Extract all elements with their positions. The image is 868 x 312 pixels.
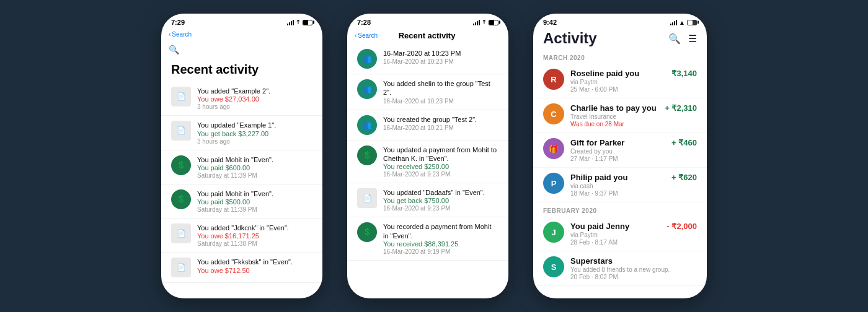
activity-amount: You received $88,391.25 — [383, 240, 498, 248]
activity-time: Saturday at 11:39 PM — [197, 172, 312, 179]
item-name: You paid Jenny — [570, 222, 661, 231]
time-mid: 7:28 — [357, 19, 371, 26]
activity-time: 3 hours ago — [197, 103, 312, 110]
list-item[interactable]: R Roseline paid you via Paytm 25 Mar · 6… — [533, 64, 707, 98]
list-item[interactable]: P Philip paid you via cash 18 Mar · 9:37… — [533, 168, 707, 202]
list-item[interactable]: 📄 You added "Jdkcnk" in "Even". You owe … — [161, 219, 322, 253]
battery-icon-mid — [489, 20, 498, 25]
activity-title: You paid Mohit in "Even". — [197, 155, 312, 164]
activity-time: 16-Mar-2020 at 10:23 PM — [383, 98, 498, 105]
list-item[interactable]: 🎁 Gift for Parker Created by you 27 Mar … — [533, 133, 707, 168]
activity-amount: You paid $600.00 — [197, 164, 312, 171]
item-name: Charlie has to pay you — [570, 103, 658, 113]
panel-header: 9:42 ▲ Activity 🔍 ☰ — [533, 14, 707, 50]
list-item[interactable]: 👥 You created the group "Test 2". 16-Mar… — [347, 110, 508, 141]
list-item[interactable]: 💲 You paid Mohit in "Even". You paid $50… — [161, 184, 322, 219]
back-button-left[interactable]: ‹ Search — [169, 31, 192, 38]
avatar: J — [543, 222, 564, 243]
avatar: R — [543, 69, 564, 90]
activity-title: You added "Fkksbsk" in "Even". — [197, 258, 312, 266]
list-item[interactable]: 📄 You added "Fkksbsk" in "Even". You owe… — [161, 253, 322, 283]
phone-left: 7:29 ⇡ ‹ Search 🔍 Recent activity — [161, 14, 322, 298]
avatar: 💲 — [171, 155, 191, 175]
activity-time: Saturday at 11:38 PM — [197, 240, 312, 247]
avatar: 📄 — [171, 258, 191, 277]
sub2-text: 20 Feb · 8:02 PM — [570, 274, 697, 280]
sub2-text: 28 Feb · 8:17 AM — [570, 239, 661, 246]
item-sub: You added 8 friends to a new group. — [570, 266, 697, 273]
list-item[interactable]: 💲 You updated a payment from Mohit to Ch… — [347, 141, 508, 184]
search-icon-panel[interactable]: 🔍 — [668, 33, 681, 45]
wifi-icon-mid: ⇡ — [482, 19, 487, 25]
list-item[interactable]: J You paid Jenny via Paytm 28 Feb · 8:17… — [533, 217, 707, 251]
activity-amount: You get back $750.00 — [383, 197, 498, 204]
nav-bar-left: ‹ Search — [161, 28, 322, 41]
wifi-icon: ⇡ — [296, 19, 301, 25]
activity-title: You paid Mohit in "Even". — [197, 189, 312, 198]
activity-title: You updated a payment from Mohit to Chet… — [383, 145, 498, 163]
avatar: 💲 — [357, 145, 377, 165]
nav-title-mid: Recent activity — [378, 31, 476, 40]
activity-title: You created the group "Test 2". — [383, 115, 498, 124]
back-button-mid[interactable]: ‹ Search — [355, 32, 378, 39]
list-item[interactable]: 📄 You updated "Example 1". You get back … — [161, 116, 322, 150]
item-sub: Travel Insurance — [570, 113, 658, 120]
item-amount: + ₹2,310 — [665, 103, 697, 113]
panel-status-icons: ▲ — [670, 19, 697, 26]
activity-title: You added "Example 2". — [197, 87, 312, 95]
activity-amount: You paid $500.00 — [197, 198, 312, 206]
activity-time: 16-Mar-2020 at 9:19 PM — [383, 248, 498, 255]
avatar: 📄 — [171, 87, 191, 106]
list-item[interactable]: C Charlie has to pay you Travel Insuranc… — [533, 98, 707, 133]
activity-title: You recorded a payment from Mohit in "Ev… — [383, 222, 498, 240]
panel-time: 9:42 — [543, 19, 557, 26]
item-name: Gift for Parker — [570, 138, 665, 147]
avatar: 👥 — [357, 79, 377, 99]
avatar: C — [543, 103, 564, 124]
month-label: FEBRUARY 2020 — [533, 202, 707, 217]
activity-title: You updated "Dadaafs" in "Even". — [383, 188, 498, 197]
panel-wifi-icon: ▲ — [679, 19, 685, 26]
panel-title-row: Activity 🔍 ☰ — [543, 26, 697, 50]
item-amount: ₹3,140 — [671, 69, 697, 78]
activity-time: 3 hours ago — [197, 138, 312, 145]
activity-amount: You owe $16,171.25 — [197, 232, 312, 240]
status-icons-left: ⇡ — [287, 19, 312, 25]
activity-amount: You received $250.00 — [383, 163, 498, 170]
item-sub: via cash — [570, 183, 665, 189]
sub2-text: 18 Mar · 9:37 PM — [570, 190, 665, 197]
list-item[interactable]: 📄 You added "Example 2". You owe $27,034… — [161, 82, 322, 116]
activity-title: You updated "Example 1". — [197, 121, 312, 129]
list-item[interactable]: 💲 You paid Mohit in "Even". You paid $60… — [161, 150, 322, 184]
activity-time: 16-Mar-2020 at 10:23 PM — [383, 58, 498, 65]
sub2-text: 25 Mar · 6:00 PM — [570, 86, 665, 93]
battery-icon — [303, 20, 312, 25]
search-icon-left[interactable]: 🔍 — [169, 45, 179, 54]
avatar: 📄 — [357, 188, 377, 208]
list-item[interactable]: 📄 You updated "Dadaafs" in "Even". You g… — [347, 183, 508, 217]
item-name: Philip paid you — [570, 173, 665, 182]
activity-title: You added shelin to the group "Test 2". — [383, 79, 498, 97]
list-item[interactable]: 👥 16-Mar-2020 at 10:23 PM 16-Mar-2020 at… — [347, 44, 508, 74]
phone-mid: 7:28 ⇡ ‹ Search Recent activity 👥 — [347, 14, 508, 298]
panel-action-icons: 🔍 ☰ — [668, 33, 697, 45]
activity-time: Saturday at 11:39 PM — [197, 206, 312, 213]
list-item[interactable]: 👥 You added shelin to the group "Test 2"… — [347, 74, 508, 110]
activity-list-mid: 👥 16-Mar-2020 at 10:23 PM 16-Mar-2020 at… — [347, 44, 508, 298]
panel-signal-icon — [670, 20, 677, 25]
activity-time: 16-Mar-2020 at 10:21 PM — [383, 124, 498, 131]
main-wrapper: OLD 7:29 ⇡ ‹ Search 🔍 Recent activit — [161, 14, 707, 298]
time-left: 7:29 — [171, 19, 185, 26]
nav-bar-mid: ‹ Search Recent activity — [347, 28, 508, 44]
menu-icon-panel[interactable]: ☰ — [688, 33, 697, 45]
search-row-left: 🔍 — [161, 41, 322, 60]
list-item[interactable]: 💲 You recorded a payment from Mohit in "… — [347, 217, 508, 261]
avatar: 💲 — [171, 189, 191, 209]
item-sub: via Paytm — [570, 232, 661, 238]
item-amount: + ₹620 — [671, 173, 697, 182]
panel-battery-icon — [687, 20, 697, 25]
panel-status-bar: 9:42 ▲ — [543, 19, 697, 26]
activity-amount: You get back $3,227.00 — [197, 130, 312, 137]
list-item[interactable]: S Superstars You added 8 friends to a ne… — [533, 251, 707, 286]
activity-title: You added "Jdkcnk" in "Even". — [197, 223, 312, 232]
